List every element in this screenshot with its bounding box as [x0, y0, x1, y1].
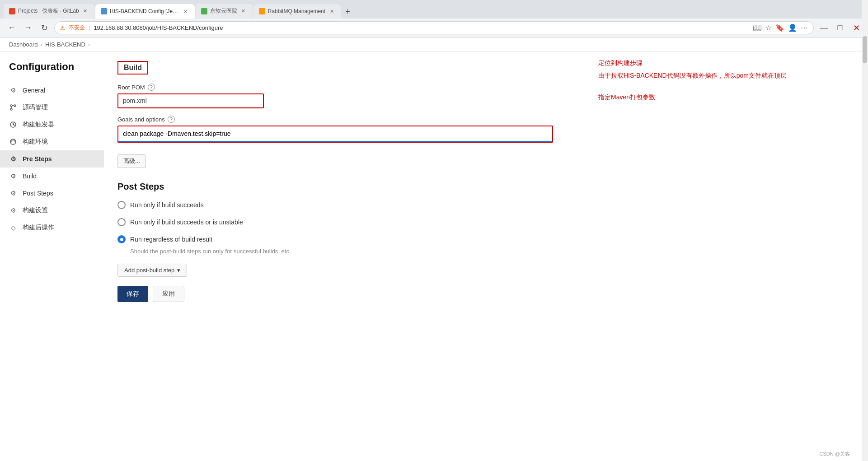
- favorites-icon[interactable]: ☆: [765, 23, 772, 32]
- address-bar-row: ← → ↻ ⚠ 不安全 | 192.168.88.30:8080/job/HIS…: [0, 19, 868, 37]
- jenkins-favicon: [101, 8, 107, 14]
- scrollbar-thumb[interactable]: [863, 36, 867, 63]
- sidebar-item-env[interactable]: 构建环境: [0, 133, 104, 150]
- goals-label: Goals and options ?: [117, 116, 553, 123]
- reload-button[interactable]: ↻: [38, 22, 51, 34]
- radio-success-only-label: Run only if build succeeds: [130, 201, 204, 209]
- add-step-arrow: ▾: [177, 267, 180, 274]
- scrollbar[interactable]: [862, 0, 868, 461]
- svg-point-1: [14, 105, 16, 107]
- annotation-maven: 指定Maven打包参数: [598, 91, 787, 103]
- hospital-favicon: [201, 8, 207, 14]
- tab-jenkins-close[interactable]: ✕: [182, 8, 189, 15]
- tab-rabbitmq[interactable]: RabbitMQ Management ✕: [253, 4, 341, 19]
- sidebar-item-settings[interactable]: ⚙ 构建设置: [0, 202, 104, 219]
- svg-point-2: [10, 108, 12, 110]
- action-buttons: 保存 应用: [117, 286, 854, 302]
- rabbitmq-favicon: [259, 8, 265, 14]
- sidebar-item-trigger[interactable]: 构建触发器: [0, 116, 104, 133]
- page-layout: Configuration ⚙ General 源码管理 构建触发器 构建环境 …: [0, 52, 868, 461]
- radio-regardless-label: Run regardless of build result: [130, 236, 212, 243]
- root-pom-input[interactable]: [118, 94, 263, 107]
- address-bar[interactable]: ⚠ 不安全 | 192.168.88.30:8080/job/HIS-BACKE…: [54, 21, 814, 34]
- sidebar-item-poststeps[interactable]: ⚙ Post Steps: [0, 185, 104, 202]
- sidebar-item-source[interactable]: 源码管理: [0, 99, 104, 116]
- breadcrumb-his-backend[interactable]: HIS-BACKEND: [45, 41, 85, 48]
- address-icons: 📖 ☆ 🔖 👤 ⋯: [753, 23, 808, 32]
- svg-point-0: [10, 105, 12, 107]
- post-steps-section: Post Steps Run only if build succeeds Ru…: [117, 182, 854, 302]
- collections-icon[interactable]: 🔖: [775, 23, 784, 32]
- csdn-watermark: CSDN @关客: [820, 451, 850, 457]
- annotation-line2: 由于拉取HIS-BACKEND代码没有额外操作，所以pom文件就在顶层: [598, 69, 787, 82]
- add-step-row: Add post-build step ▾: [117, 264, 854, 277]
- tab-jenkins-label: HIS-BACKEND Config [Jenkins]: [110, 8, 179, 14]
- add-step-label: Add post-build step: [124, 267, 174, 274]
- sidebar-settings-label: 构建设置: [23, 206, 48, 214]
- tab-rabbitmq-label: RabbitMQ Management: [268, 8, 325, 14]
- back-button[interactable]: ←: [5, 22, 18, 34]
- goals-row: Goals and options ?: [117, 116, 553, 143]
- sidebar-item-build[interactable]: ⚙ Build: [0, 168, 104, 185]
- goals-input[interactable]: [118, 126, 552, 142]
- goals-help[interactable]: ?: [168, 116, 175, 123]
- sidebar-source-label: 源码管理: [23, 103, 48, 112]
- sidebar-title: Configuration: [0, 61, 104, 82]
- radio-regardless[interactable]: Run regardless of build result: [117, 235, 854, 243]
- sidebar-general-label: General: [23, 87, 45, 94]
- sidebar-item-general[interactable]: ⚙ General: [0, 82, 104, 99]
- maximize-button[interactable]: □: [834, 22, 846, 34]
- add-post-build-step-button[interactable]: Add post-build step ▾: [117, 264, 187, 277]
- address-separator: |: [89, 24, 90, 31]
- annotations: 定位到构建步骤 由于拉取HIS-BACKEND代码没有额外操作，所以pom文件就…: [598, 56, 787, 103]
- sidebar-trigger-label: 构建触发器: [23, 121, 54, 129]
- advanced-button[interactable]: 高级...: [117, 154, 146, 168]
- security-label: 不安全: [69, 24, 85, 32]
- poststeps-icon: ⚙: [9, 189, 17, 197]
- radio-success-or-unstable[interactable]: Run only if build succeeds or is unstabl…: [117, 218, 854, 226]
- build-icon: ⚙: [9, 172, 17, 180]
- build-header-area: Build Root POM ? Goal: [117, 61, 854, 168]
- profile-icon[interactable]: 👤: [788, 23, 797, 32]
- sidebar-build-label: Build: [23, 172, 37, 180]
- env-icon: [9, 138, 17, 146]
- read-mode-icon[interactable]: 📖: [753, 23, 762, 32]
- breadcrumb-dashboard[interactable]: Dashboard: [9, 41, 38, 48]
- tab-jenkins[interactable]: HIS-BACKEND Config [Jenkins] ✕: [95, 4, 195, 19]
- postbuild-icon: ◇: [9, 224, 17, 232]
- radio-regardless-circle[interactable]: [117, 235, 126, 243]
- apply-button[interactable]: 应用: [153, 286, 184, 302]
- tab-hospital-close[interactable]: ✕: [240, 8, 247, 15]
- browser-chrome: Projects · 仪表板 · GitLab ✕ HIS-BACKEND Co…: [0, 0, 868, 37]
- source-icon: [9, 103, 17, 112]
- close-browser-button[interactable]: ✕: [850, 22, 863, 34]
- save-button[interactable]: 保存: [117, 286, 148, 302]
- root-pom-label: Root POM ?: [117, 84, 553, 91]
- radio-success-only[interactable]: Run only if build succeeds: [117, 201, 854, 209]
- tab-gitlab-close[interactable]: ✕: [82, 8, 89, 15]
- sidebar-item-postbuild[interactable]: ◇ 构建后操作: [0, 219, 104, 236]
- root-pom-input-wrapper: [117, 93, 264, 108]
- root-pom-help[interactable]: ?: [148, 84, 155, 91]
- general-icon: ⚙: [9, 86, 17, 94]
- tab-rabbitmq-close[interactable]: ✕: [328, 8, 335, 15]
- annotation-line1: 定位到构建步骤: [598, 56, 787, 69]
- goals-input-wrapper: [117, 126, 553, 143]
- presteps-icon: ⚙: [9, 155, 17, 163]
- main-content: Build Root POM ? Goal: [104, 52, 868, 461]
- forward-button[interactable]: →: [22, 22, 34, 34]
- new-tab-button[interactable]: +: [342, 5, 354, 19]
- radio-success-only-circle[interactable]: [117, 201, 126, 209]
- extensions-icon[interactable]: ⋯: [801, 23, 808, 32]
- tab-hospital[interactable]: 东软云医院 ✕: [196, 4, 253, 19]
- breadcrumb: Dashboard › HIS-BACKEND ›: [0, 37, 868, 52]
- security-warning: ⚠: [60, 25, 65, 31]
- root-pom-row: Root POM ?: [117, 84, 553, 108]
- sidebar-env-label: 构建环境: [23, 138, 48, 146]
- url-text: 192.168.88.30:8080/job/HIS-BACKEND/confi…: [94, 24, 223, 31]
- sidebar-postbuild-label: 构建后操作: [23, 224, 54, 232]
- radio-success-or-unstable-circle[interactable]: [117, 218, 126, 226]
- tab-gitlab[interactable]: Projects · 仪表板 · GitLab ✕: [4, 4, 94, 19]
- sidebar-item-presteps[interactable]: ⚙ Pre Steps: [0, 150, 104, 168]
- minimize-button[interactable]: —: [817, 22, 830, 34]
